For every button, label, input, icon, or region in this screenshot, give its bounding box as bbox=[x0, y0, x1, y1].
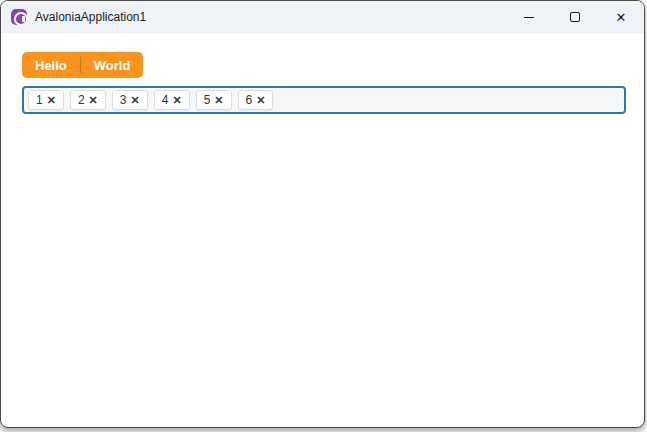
maximize-button[interactable] bbox=[552, 1, 598, 33]
chip-3-label: 3 bbox=[120, 93, 127, 107]
chip-6-remove-icon[interactable]: ✕ bbox=[256, 95, 265, 106]
chip-3: 3 ✕ bbox=[112, 90, 148, 110]
tab-strip: Hello World bbox=[22, 52, 143, 78]
chip-6: 6 ✕ bbox=[238, 90, 274, 110]
minimize-icon bbox=[524, 17, 534, 18]
chip-4: 4 ✕ bbox=[154, 90, 190, 110]
window-title: AvaloniaApplication1 bbox=[35, 10, 146, 24]
chip-3-remove-icon[interactable]: ✕ bbox=[131, 95, 140, 106]
avalonia-logo-icon bbox=[11, 9, 27, 25]
chip-2: 2 ✕ bbox=[70, 90, 106, 110]
chip-1-remove-icon[interactable]: ✕ bbox=[47, 95, 56, 106]
chip-input-box[interactable]: 1 ✕ 2 ✕ 3 ✕ 4 ✕ 5 ✕ 6 ✕ bbox=[22, 86, 626, 114]
chip-5-label: 5 bbox=[204, 93, 211, 107]
close-icon: ✕ bbox=[616, 11, 627, 24]
chip-4-remove-icon[interactable]: ✕ bbox=[172, 95, 181, 106]
tab-world-label: World bbox=[94, 58, 131, 73]
minimize-button[interactable] bbox=[506, 1, 552, 33]
chip-2-label: 2 bbox=[78, 93, 85, 107]
tab-world[interactable]: World bbox=[81, 52, 144, 78]
chip-5: 5 ✕ bbox=[196, 90, 232, 110]
chip-6-label: 6 bbox=[246, 93, 253, 107]
tab-hello[interactable]: Hello bbox=[22, 52, 80, 78]
chip-4-label: 4 bbox=[162, 93, 169, 107]
maximize-icon bbox=[570, 12, 580, 22]
titlebar[interactable]: AvaloniaApplication1 ✕ bbox=[1, 1, 644, 33]
chip-2-remove-icon[interactable]: ✕ bbox=[89, 95, 98, 106]
chip-1: 1 ✕ bbox=[28, 90, 64, 110]
close-button[interactable]: ✕ bbox=[598, 1, 644, 33]
tab-hello-label: Hello bbox=[35, 58, 67, 73]
app-window: AvaloniaApplication1 ✕ Hello World 1 ✕ bbox=[0, 0, 645, 428]
chip-5-remove-icon[interactable]: ✕ bbox=[214, 95, 223, 106]
chip-1-label: 1 bbox=[36, 93, 43, 107]
window-content: Hello World 1 ✕ 2 ✕ 3 ✕ 4 ✕ bbox=[1, 33, 644, 114]
